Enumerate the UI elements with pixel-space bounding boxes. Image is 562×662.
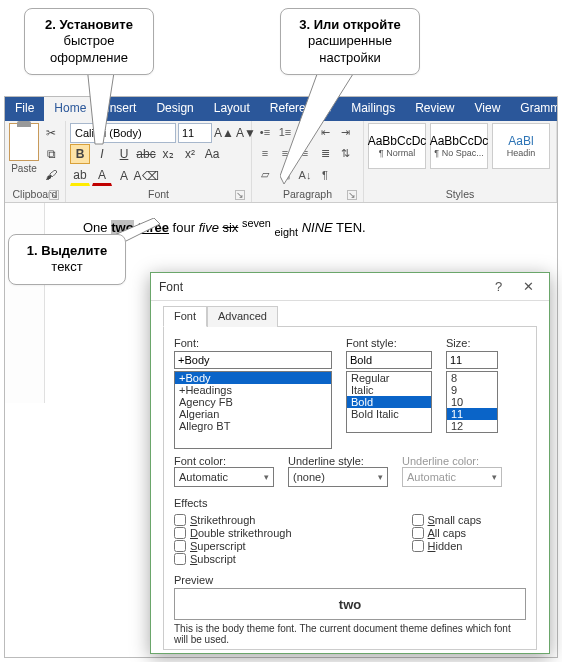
font-size-dialog-input[interactable] [446, 351, 498, 369]
vertical-ruler [5, 203, 45, 403]
effect-strikethrough[interactable]: Strikethrough [174, 514, 292, 526]
clear-formatting-button[interactable]: A⌫ [136, 166, 156, 186]
callout-2: 2. Установите быстрое оформление [24, 8, 154, 75]
copy-icon[interactable]: ⧉ [41, 144, 61, 164]
dialog-tabs: Font Advanced [163, 305, 537, 326]
group-clipboard: Paste ✂ ⧉ 🖌 Clipboard↘ [5, 121, 66, 202]
subscript-button[interactable]: x₂ [158, 144, 178, 164]
callout-2-pointer [86, 66, 116, 146]
font-color-select[interactable]: Automatic▾ [174, 467, 274, 487]
underline-button[interactable]: U [114, 144, 134, 164]
ribbon-tab-view[interactable]: View [465, 97, 511, 121]
style-gallery-item[interactable]: AaBlHeadin [492, 123, 550, 169]
callout-3: 3. Или откройте расширенные настройки [280, 8, 420, 75]
cut-icon[interactable]: ✂ [41, 123, 61, 143]
callout-3-rest: расширенные настройки [295, 33, 405, 66]
dialog-tab-font[interactable]: Font [163, 306, 207, 327]
list-item[interactable]: 10 [447, 396, 497, 408]
effect-double-strikethrough[interactable]: Double strikethrough [174, 527, 292, 539]
chevron-down-icon: ▾ [378, 472, 383, 482]
checkbox[interactable] [412, 527, 424, 539]
dialog-titlebar: Font ? ✕ [151, 273, 549, 300]
chevron-down-icon: ▾ [264, 472, 269, 482]
clipboard-group-label: Clipboard↘ [9, 187, 61, 202]
bullets-icon[interactable]: •≡ [256, 123, 274, 141]
clipboard-launcher-icon[interactable]: ↘ [49, 190, 59, 200]
effect-all-caps[interactable]: All caps [412, 527, 482, 539]
font-launcher-icon[interactable]: ↘ [235, 190, 245, 200]
label-underline-color: Underline color: [402, 455, 502, 467]
group-styles: AaBbCcDc¶ NormalAaBbCcDc¶ No Spac...AaBl… [364, 121, 557, 202]
checkbox[interactable] [412, 514, 424, 526]
effect-hidden[interactable]: Hidden [412, 540, 482, 552]
italic-button[interactable]: I [92, 144, 112, 164]
checkbox[interactable] [412, 540, 424, 552]
list-item[interactable]: +Headings [175, 384, 331, 396]
font-size-list[interactable]: 89101112 [446, 371, 498, 433]
preview-box: two [174, 588, 526, 620]
font-style-input[interactable] [346, 351, 432, 369]
label-font-color: Font color: [174, 455, 274, 467]
ribbon-tab-layout[interactable]: Layout [204, 97, 260, 121]
style-gallery-item[interactable]: AaBbCcDc¶ Normal [368, 123, 426, 169]
checkbox[interactable] [174, 514, 186, 526]
effect-small-caps[interactable]: Small caps [412, 514, 482, 526]
paste-icon[interactable] [9, 123, 39, 161]
list-item[interactable]: Regular [347, 372, 431, 384]
callout-1-title: 1. Выделите [23, 243, 111, 259]
chevron-down-icon: ▾ [492, 472, 497, 482]
list-item[interactable]: 11 [447, 408, 497, 420]
callout-2-rest: быстрое оформление [39, 33, 139, 66]
font-dialog: Font ? ✕ Font Advanced Font: +Body+Headi… [150, 272, 550, 654]
label-underline-style: Underline style: [288, 455, 388, 467]
dialog-help-icon[interactable]: ? [486, 279, 512, 294]
label-font-style: Font style: [346, 337, 432, 349]
list-item[interactable]: Allegro BT [175, 420, 331, 432]
list-item[interactable]: Algerian [175, 408, 331, 420]
align-left-icon[interactable]: ≡ [256, 144, 274, 162]
checkbox[interactable] [174, 553, 186, 565]
effect-superscript[interactable]: Superscript [174, 540, 292, 552]
list-item[interactable]: Bold Italic [347, 408, 431, 420]
font-color-button[interactable]: A [92, 166, 112, 186]
font-family-input[interactable] [174, 351, 332, 369]
checkbox[interactable] [174, 527, 186, 539]
effect-subscript[interactable]: Subscript [174, 553, 292, 565]
list-item[interactable]: 9 [447, 384, 497, 396]
underline-style-select[interactable]: (none)▾ [288, 467, 388, 487]
font-style-list[interactable]: RegularItalicBoldBold Italic [346, 371, 432, 433]
ribbon-tab-review[interactable]: Review [405, 97, 464, 121]
strikethrough-button[interactable]: abc [136, 144, 156, 164]
dialog-tab-advanced[interactable]: Advanced [207, 306, 278, 327]
callout-3-title: 3. Или откройте [295, 17, 405, 33]
list-item[interactable]: 12 [447, 420, 497, 432]
shading-icon[interactable]: ▱ [256, 166, 274, 184]
list-item[interactable]: Bold [347, 396, 431, 408]
list-item[interactable]: +Body [175, 372, 331, 384]
font-family-list[interactable]: +Body+HeadingsAgency FBAlgerianAllegro B… [174, 371, 332, 449]
font-group-label: Font↘ [70, 187, 247, 202]
label-font-size: Size: [446, 337, 498, 349]
highlight-button[interactable]: ab [70, 166, 90, 186]
paragraph-launcher-icon[interactable]: ↘ [347, 190, 357, 200]
ribbon-tab-design[interactable]: Design [146, 97, 203, 121]
text-effects-button[interactable]: A [114, 166, 134, 186]
style-gallery-item[interactable]: AaBbCcDc¶ No Spac... [430, 123, 488, 169]
bold-button[interactable]: B [70, 144, 90, 164]
change-case-button[interactable]: Aa [202, 144, 222, 164]
format-painter-icon[interactable]: 🖌 [41, 165, 61, 185]
label-preview: Preview [174, 574, 526, 586]
list-item[interactable]: Italic [347, 384, 431, 396]
paste-label[interactable]: Paste [9, 163, 39, 174]
callout-3-pointer [280, 66, 360, 186]
list-item[interactable]: Agency FB [175, 396, 331, 408]
font-size-input[interactable] [178, 123, 212, 143]
ribbon-tab-file[interactable]: File [5, 97, 44, 121]
list-item[interactable]: 8 [447, 372, 497, 384]
dialog-close-icon[interactable]: ✕ [515, 279, 541, 294]
checkbox[interactable] [174, 540, 186, 552]
superscript-button[interactable]: x² [180, 144, 200, 164]
callout-2-title: 2. Установите [39, 17, 139, 33]
grow-font-icon[interactable]: A▲ [214, 123, 234, 143]
ribbon-tab-grammarly[interactable]: Grammarly [510, 97, 558, 121]
